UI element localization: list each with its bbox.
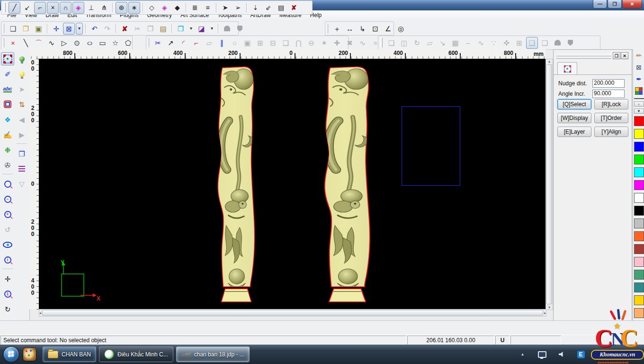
snap-tangent[interactable]: ∩ xyxy=(60,2,72,14)
view-back-button[interactable]: ◀ xyxy=(15,113,28,126)
jdpaint-taskbar-icon[interactable] xyxy=(23,348,36,361)
swatch-brick[interactable] xyxy=(634,244,644,254)
draw-circle-tool[interactable]: ⊙ xyxy=(71,37,83,49)
w-display-button[interactable]: [W]Display xyxy=(557,113,591,123)
color-dropper-button[interactable]: ✒ xyxy=(634,73,644,84)
zoom-info-button[interactable]: i xyxy=(1,253,14,266)
measure-distance-button[interactable]: ↔ xyxy=(344,23,356,35)
view-all-button[interactable] xyxy=(1,238,14,251)
toolbar-grip[interactable] xyxy=(148,38,149,47)
fillet-tool[interactable]: ◜ xyxy=(178,37,189,49)
to-curve-tool[interactable]: ∿ xyxy=(357,37,368,49)
e-layer-button[interactable]: [E]Layer xyxy=(557,127,591,137)
toolbar-grip[interactable] xyxy=(3,3,6,12)
tray-ie-icon[interactable]: E xyxy=(575,348,587,360)
measure-rect-button[interactable]: ⊡ xyxy=(369,23,381,35)
snap-perpendicular[interactable]: ⊥ xyxy=(85,2,97,14)
swatch-white[interactable] xyxy=(634,193,644,203)
q-select-button[interactable]: [Q]Select xyxy=(557,99,591,109)
nudge-dist-input[interactable]: 200.000 xyxy=(592,79,625,88)
explode-tool[interactable]: ✶ xyxy=(318,37,330,49)
subtract-tool[interactable]: ⊖ xyxy=(305,37,317,49)
draw-curve-tool[interactable]: ∿ xyxy=(45,37,57,49)
object-list-tool[interactable]: ▤ xyxy=(275,2,287,14)
panel-close-button[interactable]: ✕ xyxy=(621,52,628,59)
palette-down-button[interactable]: ▼ xyxy=(634,109,644,114)
draw-polyline-tool[interactable]: ▷ xyxy=(58,37,70,49)
tray-network-icon[interactable] xyxy=(536,348,548,360)
break-tool[interactable]: ↗ xyxy=(165,37,177,49)
taskbar-chan-ban-folder[interactable]: CHAN BAN xyxy=(43,346,96,362)
minimize-button[interactable]: — xyxy=(593,0,607,9)
snap-diamond-fill[interactable]: ◆ xyxy=(171,2,183,14)
swatch-orange[interactable] xyxy=(634,231,644,241)
arc-array-tool[interactable]: ⌢ xyxy=(462,37,474,49)
nc-toolpath-tool[interactable]: ✇ xyxy=(1,158,14,172)
text-tool[interactable]: abc xyxy=(1,82,14,96)
swatch-red[interactable] xyxy=(634,116,644,126)
toolbar-grip[interactable] xyxy=(327,24,328,33)
curve-array-tool[interactable]: ∿ xyxy=(475,37,487,49)
draw-point-tool[interactable]: × xyxy=(7,37,19,49)
fill-tool[interactable]: ❖ xyxy=(1,113,14,126)
new-file-button[interactable]: ❏ xyxy=(7,23,19,35)
draw-polygon-tool[interactable]: ⬠ xyxy=(122,37,134,49)
weld-tool[interactable]: ❑ xyxy=(280,37,292,49)
snap-grid[interactable]: ⊛ xyxy=(116,2,127,14)
canvas-vertical-scrollbar[interactable]: ▴ ▾ xyxy=(546,59,553,310)
copy-offset-tool[interactable]: ❏ xyxy=(385,37,397,49)
select-tool[interactable] xyxy=(1,52,14,65)
swatch-lime[interactable] xyxy=(634,155,644,164)
open-file-button[interactable]: ❒ xyxy=(20,23,32,35)
zoom-object-button[interactable] xyxy=(1,177,14,191)
copy-button[interactable]: ❐ xyxy=(144,23,156,35)
node-delete-tool[interactable]: ✖ xyxy=(344,37,356,49)
layer-manager-button[interactable] xyxy=(15,162,28,175)
rotate-tool[interactable]: ↻ xyxy=(411,37,423,49)
swatch-teal-dark[interactable] xyxy=(634,282,644,292)
scroll-up-arrow[interactable]: ▴ xyxy=(548,59,550,64)
combine-tool[interactable]: ❑ xyxy=(526,37,538,49)
palette-up-button[interactable]: ▲ xyxy=(634,101,644,107)
scroll-thumb[interactable] xyxy=(546,64,552,304)
taskbar-dieu-khac[interactable]: Điêu Khắc Minh C... xyxy=(99,346,173,362)
dome-stamp-tool[interactable] xyxy=(552,37,564,49)
start-button[interactable] xyxy=(4,347,18,362)
select-mode-dropdown[interactable]: ▾ xyxy=(76,23,83,35)
scroll-thumb[interactable] xyxy=(42,310,543,316)
snap-layer-current[interactable]: ≣ xyxy=(189,2,201,14)
pan-button[interactable]: ✛ xyxy=(1,272,14,285)
taskbar-jdpaint[interactable]: chan ban 18.jdp - ... xyxy=(176,346,250,362)
view-surface-button[interactable]: ◪ xyxy=(196,23,207,35)
move-center-tool[interactable]: ✜ xyxy=(501,37,512,49)
move-tool-button[interactable]: ✛ xyxy=(50,23,62,35)
panel-header[interactable]: ❐ ✕ xyxy=(554,50,632,62)
zoom-out-button[interactable]: − xyxy=(1,192,14,206)
color-pencil-button[interactable]: ✏ xyxy=(634,50,644,61)
draw-star-tool[interactable]: ☆ xyxy=(109,37,121,49)
relief-dome-tool[interactable] xyxy=(221,23,233,35)
clone-tool[interactable]: ❏ xyxy=(539,37,551,49)
snap-diamond-free[interactable]: ◇ xyxy=(146,2,158,14)
offset-rect-tool[interactable]: ▱ xyxy=(203,37,215,49)
view-3d-dropdown[interactable]: ▾ xyxy=(188,23,195,35)
snap-intersection[interactable]: × xyxy=(47,2,59,14)
snap-nearest[interactable]: ↙ xyxy=(21,2,33,14)
t-order-button[interactable]: [T]Order xyxy=(594,113,628,123)
redo-button[interactable]: ↷ xyxy=(101,23,113,35)
snap-layer-all[interactable]: ≡ xyxy=(202,2,214,14)
view-forward-button[interactable]: ▶ xyxy=(15,128,28,141)
zoom-scale-button[interactable]: 1 xyxy=(1,287,14,300)
chamfer-tool[interactable]: ⌐ xyxy=(190,37,202,49)
r-lock-button[interactable]: [R]Lock xyxy=(594,99,628,109)
array-tool[interactable]: ▦ xyxy=(449,37,461,49)
color-select-button[interactable]: ⊠ xyxy=(634,62,644,73)
redraw-button[interactable]: ↺ xyxy=(1,223,14,236)
view-3d-button[interactable]: ❒ xyxy=(175,23,187,35)
relief-shield-tool[interactable] xyxy=(234,23,246,35)
scroll-right-arrow[interactable]: ▸ xyxy=(544,311,546,315)
toolbar-grip[interactable] xyxy=(3,38,4,47)
draw-rectangle-tool[interactable]: ▭ xyxy=(97,37,108,49)
swatch-gold[interactable] xyxy=(634,295,644,305)
unit-button[interactable]: U xyxy=(495,336,510,345)
